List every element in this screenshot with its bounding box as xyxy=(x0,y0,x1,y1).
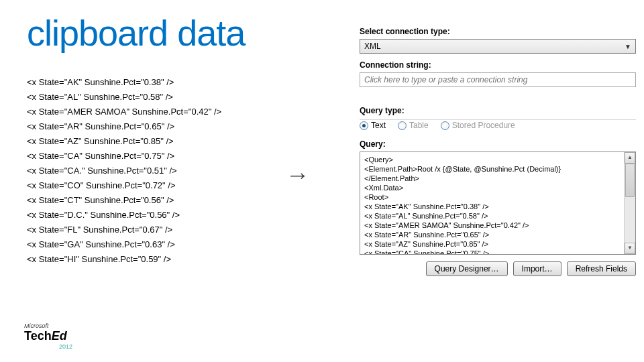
query-type-radio-group: Text Table Stored Procedure xyxy=(360,118,636,133)
scroll-up-icon[interactable]: ▲ xyxy=(625,152,635,164)
button-row: Query Designer… Import… Refresh Fields xyxy=(360,261,636,276)
clipboard-line: <x State="FL" Sunshine.Pct="0.67" /> xyxy=(27,223,309,237)
clipboard-line: <x State="AK" Sunshine.Pct="0.38" /> xyxy=(27,75,309,90)
clipboard-line: <x State="CT" Sunshine.Pct="0.56" /> xyxy=(27,193,309,208)
teched-logo: TechEd xyxy=(24,329,72,343)
query-content: <Query><Element.Path>Root /x {@State, @S… xyxy=(364,155,631,255)
connection-type-value: XML xyxy=(364,42,381,51)
query-line: <x State="AL" Sunshine.Pct="0.58" /> xyxy=(364,211,619,221)
query-section: Query: <Query><Element.Path>Root /x {@St… xyxy=(360,139,636,255)
clipboard-line: <x State="AR" Sunshine.Pct="0.65" /> xyxy=(27,119,309,134)
query-line: <x State="AMER SAMOA" Sunshine.Pct="0.42… xyxy=(364,221,619,230)
query-line: <x State="AK" Sunshine.Pct="0.38" /> xyxy=(364,202,619,211)
refresh-fields-button[interactable]: Refresh Fields xyxy=(567,261,636,276)
query-line: <Query> xyxy=(364,155,619,164)
query-line: <x State="CA" Sunshine.Pct="0.75" /> xyxy=(364,249,619,255)
footer-branding: Microsoft TechEd 2012 xyxy=(24,322,72,350)
clipboard-line: <x State="HI" Sunshine.Pct="0.59" /> xyxy=(27,252,309,267)
query-label: Query: xyxy=(360,139,636,149)
clipboard-line: <x State="AZ" Sunshine.Pct="0.85" /> xyxy=(27,134,309,149)
clipboard-line: <x State="GA" Sunshine.Pct="0.63" /> xyxy=(27,237,309,252)
connection-type-section: Select connection type: XML ▼ xyxy=(360,27,636,54)
arrow-icon: → xyxy=(286,161,310,189)
query-line: <Root> xyxy=(364,192,619,202)
clipboard-line: <x State="AMER SAMOA" Sunshine.Pct="0.42… xyxy=(27,105,309,119)
clipboard-line: <x State="D.C." Sunshine.Pct="0.56" /> xyxy=(27,208,309,223)
query-type-table-option[interactable]: Table xyxy=(398,121,429,130)
radio-label: Table xyxy=(409,121,429,130)
query-textarea[interactable]: <Query><Element.Path>Root /x {@State, @S… xyxy=(360,152,636,255)
clipboard-xml-list: <x State="AK" Sunshine.Pct="0.38" /><x S… xyxy=(27,75,309,267)
query-line: <x State="AZ" Sunshine.Pct="0.85" /> xyxy=(364,239,619,249)
scrollbar[interactable]: ▲ ▼ xyxy=(624,152,635,254)
scroll-down-icon[interactable]: ▼ xyxy=(625,243,635,254)
chevron-down-icon: ▼ xyxy=(625,43,631,50)
radio-label: Stored Procedure xyxy=(452,121,515,130)
connection-string-input[interactable] xyxy=(360,72,636,87)
ed-text: Ed xyxy=(52,329,67,343)
scroll-thumb[interactable] xyxy=(625,164,635,197)
query-type-stored-procedure-option[interactable]: Stored Procedure xyxy=(441,121,515,130)
year-label: 2012 xyxy=(59,343,72,350)
datasource-panel: Select connection type: XML ▼ Connection… xyxy=(360,27,636,276)
radio-icon xyxy=(441,121,449,130)
clipboard-line: <x State="CA" Sunshine.Pct="0.75" /> xyxy=(27,149,309,164)
radio-icon xyxy=(360,121,368,130)
divider xyxy=(360,119,636,120)
query-line: <Xml.Data> xyxy=(364,183,619,192)
query-line: <x State="AR" Sunshine.Pct="0.65" /> xyxy=(364,230,619,239)
microsoft-label: Microsoft xyxy=(24,322,72,329)
query-type-label: Query type: xyxy=(360,106,636,115)
radio-icon xyxy=(398,121,407,130)
teched-text: Tech xyxy=(24,329,52,343)
radio-label: Text xyxy=(371,121,386,130)
clipboard-line: <x State="AL" Sunshine.Pct="0.58" /> xyxy=(27,90,309,105)
query-designer-button[interactable]: Query Designer… xyxy=(426,261,508,276)
connection-string-label: Connection string: xyxy=(360,60,636,70)
clipboard-line: <x State="CA." Sunshine.Pct="0.51" /> xyxy=(27,164,309,178)
query-line: <Element.Path>Root /x {@State, @Sunshine… xyxy=(364,164,619,174)
connection-type-select[interactable]: XML ▼ xyxy=(360,39,636,54)
import-button[interactable]: Import… xyxy=(513,261,561,276)
page-title: clipboard data xyxy=(27,12,245,54)
clipboard-line: <x State="CO" Sunshine.Pct="0.72" /> xyxy=(27,178,309,193)
scroll-track[interactable] xyxy=(625,164,635,243)
connection-type-label: Select connection type: xyxy=(360,27,636,36)
connection-string-section: Connection string: xyxy=(360,60,636,87)
query-line: </Element.Path> xyxy=(364,174,619,183)
query-type-text-option[interactable]: Text xyxy=(360,121,386,130)
